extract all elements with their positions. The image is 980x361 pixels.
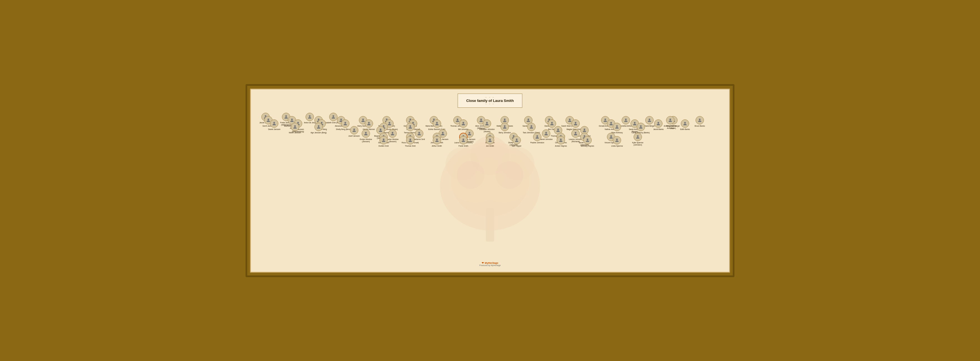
svg-point-74 <box>536 135 538 137</box>
name-sam_tepper: Sam Tepper <box>512 145 522 147</box>
person-thomas_smit[interactable]: Thomas Smit <box>401 136 420 147</box>
person-age_janssen[interactable]: Age Janssen (Berg) <box>309 123 328 134</box>
svg-point-43 <box>551 122 553 124</box>
svg-point-47 <box>657 122 659 124</box>
person-arthur_smith[interactable]: Arthur Smith <box>428 136 446 147</box>
name-thomas_smit: Thomas Smit <box>405 145 415 147</box>
avatar-bethany_haynes <box>583 136 592 145</box>
name-frank_smith: Frank Smith <box>458 145 468 147</box>
person-amber_haynes[interactable]: Amber Haynes <box>551 136 570 147</box>
avatar-linda_sparrow <box>613 136 621 145</box>
svg-point-86 <box>587 138 588 140</box>
avatar-amber_haynes <box>557 136 565 145</box>
page-title: Close family of Laura Smith <box>466 99 514 103</box>
person-bethany_haynes[interactable]: Bethany Haynes <box>578 136 597 147</box>
person-sam_tepper[interactable]: Sam Tepper <box>507 136 526 147</box>
person-anthony_nathan[interactable]: Anthony Nathan Anthony <box>661 116 680 130</box>
svg-point-53 <box>504 125 506 127</box>
name-jon_smith: Jon Smith <box>486 145 494 147</box>
footer-tagline: Produced by MyHeritage <box>254 264 726 266</box>
avatar-bruce_banks <box>695 116 704 124</box>
name-elizabeth_johnston: Elizabeth Johnston (Howes) <box>477 128 496 133</box>
person-esther_barnett[interactable]: Esther Barnett (Cole) <box>428 119 446 130</box>
person-carla_anthony[interactable]: Carla Anthony (Banks) <box>632 123 650 134</box>
inner-frame: ~ ~ ~ Close family of Laura Smith ~ ~ ~ … <box>250 89 730 273</box>
title-ornament-bottom: ~ ~ ~ <box>466 103 514 105</box>
svg-point-61 <box>365 132 367 134</box>
name-evelyn_mostow_j: Evelyn Mostow (Janssen) <box>356 138 375 143</box>
svg-point-54 <box>531 125 532 127</box>
svg-point-32 <box>699 119 700 120</box>
avatar-martin_janssen <box>291 123 299 131</box>
person-jon_smith[interactable]: Jon Smith <box>480 136 500 147</box>
person-frank_smith[interactable]: Frank Smith <box>454 136 473 147</box>
svg-point-59 <box>557 129 559 130</box>
svg-point-84 <box>516 138 517 140</box>
name-daniel_janssen: Daniel Janssen <box>268 128 280 130</box>
person-bill_johnston[interactable]: Bill Johnston <box>454 119 473 130</box>
avatar-evelyn_mostow_j <box>362 129 370 138</box>
title-ornament-top: ~ ~ ~ <box>466 96 514 99</box>
svg-point-24 <box>504 119 506 120</box>
name-pauline_johnston: Pauline Johnston <box>530 142 544 144</box>
person-martin_janssen[interactable]: Martin Janssen <box>286 123 304 134</box>
name-linda_sparrow: Linda Sparrow <box>611 145 623 147</box>
svg-point-52 <box>409 125 411 127</box>
logo-icon: ❤ <box>482 262 484 264</box>
svg-point-44 <box>575 122 576 124</box>
name-evelien_smit: Evelien Smit <box>379 145 388 147</box>
avatar-bill_johnston <box>459 119 468 128</box>
outer-frame: ~ ~ ~ Close family of Laura Smith ~ ~ ~ … <box>245 84 735 277</box>
svg-point-87 <box>616 138 618 140</box>
name-edith_banks: Edith Banks <box>680 128 690 130</box>
person-barry_johnston[interactable]: Barry Johnston <box>495 123 514 134</box>
svg-point-55 <box>616 125 618 127</box>
avatar-sam_tepper <box>512 136 521 145</box>
avatar-edith_banks <box>681 119 689 128</box>
avatar-anthony_nathan <box>666 116 675 124</box>
person-pauline_johnston[interactable]: Pauline Johnston <box>528 133 547 144</box>
avatar-jon_smith <box>486 136 494 145</box>
svg-point-37 <box>368 122 370 124</box>
svg-point-49 <box>294 125 296 127</box>
person-elizabeth_johnston[interactable]: Elizabeth Johnston (Howes) <box>477 119 496 133</box>
name-amber_haynes: Amber Haynes <box>555 145 567 147</box>
svg-point-83 <box>489 138 491 140</box>
person-evelien_smit[interactable]: Evelien Smit <box>374 136 393 147</box>
name-bethany_haynes: Bethany Haynes <box>581 145 594 147</box>
svg-point-42 <box>486 122 488 124</box>
name-bruce_banks: Bruce Banks <box>695 125 705 127</box>
avatar-age_janssen <box>315 123 323 131</box>
name-anthony_nathan: Anthony Nathan Anthony <box>661 125 680 130</box>
svg-point-33 <box>273 122 275 124</box>
tree-canvas: Jacob JanssenFreda Janssen (Wittenberg)A… <box>254 94 726 260</box>
svg-point-78 <box>637 135 639 137</box>
svg-point-50 <box>318 125 320 127</box>
svg-point-81 <box>436 138 438 140</box>
svg-point-41 <box>463 122 464 124</box>
person-daniel_janssen[interactable]: Daniel Janssen <box>265 119 283 130</box>
person-linda_sparrow[interactable]: Linda Sparrow <box>608 136 627 147</box>
avatar-frank_smith <box>459 136 468 145</box>
svg-point-85 <box>560 138 562 140</box>
avatar-daniel_janssen <box>270 119 278 128</box>
svg-point-40 <box>436 122 438 124</box>
avatar-elizabeth_johnston <box>483 119 491 128</box>
person-kylie_sparrow[interactable]: Kylie Sparrow (Johnston) <box>628 133 647 146</box>
svg-point-58 <box>380 129 382 130</box>
avatar-thomas_smit <box>406 136 414 145</box>
avatar-kylie_sparrow <box>633 133 642 141</box>
avatar-arthur_smith <box>433 136 441 145</box>
name-age_janssen: Age Janssen (Berg) <box>310 132 326 134</box>
svg-point-88 <box>670 119 671 120</box>
footer: ❤ MyHeritage Produced by MyHeritage <box>254 262 726 266</box>
person-evelyn_mostow_j[interactable]: Evelyn Mostow (Janssen) <box>356 129 375 143</box>
person-brian_anthony[interactable]: Brian Anthony <box>608 123 627 134</box>
myheritage-logo: ❤ MyHeritage <box>254 262 726 264</box>
name-arthur_smith: Arthur Smith <box>432 145 442 147</box>
svg-point-48 <box>684 122 686 124</box>
avatar-brian_anthony <box>613 123 621 131</box>
avatar-pauline_johnston <box>533 133 541 141</box>
name-martin_janssen: Martin Janssen <box>289 132 301 134</box>
avatar-barry_johnston <box>501 123 509 131</box>
